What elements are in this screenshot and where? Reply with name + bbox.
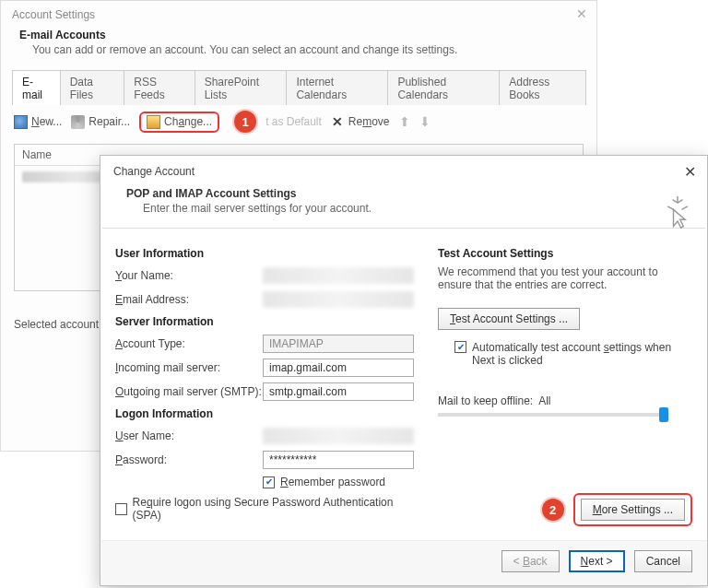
cursor-icon <box>665 196 690 232</box>
password-input[interactable] <box>263 451 414 469</box>
dialog-header: E-mail Accounts You can add or remove an… <box>1 25 596 69</box>
outgoing-server-input[interactable] <box>263 382 414 401</box>
auto-test-checkbox[interactable]: ✔ <box>454 341 466 353</box>
change-button-highlight: Change... <box>139 112 219 133</box>
section-user-info: User Information <box>115 247 414 260</box>
tab-bar: E-mail Data Files RSS Feeds SharePoint L… <box>12 69 585 105</box>
header-title: POP and IMAP Account Settings <box>126 187 694 200</box>
svg-line-4 <box>682 206 688 210</box>
gear-icon <box>71 115 85 129</box>
close-icon[interactable]: ✕ <box>684 163 696 181</box>
require-spa-checkbox[interactable] <box>115 503 127 515</box>
remove-button[interactable]: ✕ Remove <box>331 115 390 129</box>
tab-email[interactable]: E-mail <box>12 70 61 105</box>
toolbar: NNew...ew... Repair... Change... 1 t as … <box>1 105 596 138</box>
mail-keep-label: Mail to keep offline: All <box>438 394 692 407</box>
your-name-field[interactable] <box>263 267 414 284</box>
new-icon <box>14 115 28 129</box>
label-username: User Name: <box>115 429 263 442</box>
tab-rss-feeds[interactable]: RSS Feeds <box>124 70 195 105</box>
mail-keep-value: All <box>538 394 550 407</box>
up-arrow-icon[interactable]: ⬆ <box>399 114 410 129</box>
wizard-buttons: < Back Next > Cancel <box>100 540 707 585</box>
header-title: E-mail Accounts <box>19 29 578 41</box>
section-test: Test Account Settings <box>438 247 692 260</box>
back-button: < Back <box>502 550 560 572</box>
auto-test-label: Automatically test account settings when… <box>472 341 684 367</box>
form-area: User Information Your Name: Email Addres… <box>100 229 707 527</box>
username-input[interactable] <box>263 428 414 444</box>
tab-internet-calendars[interactable]: Internet Calendars <box>286 70 388 105</box>
close-icon[interactable]: ✕ <box>576 6 587 21</box>
slider-thumb[interactable] <box>659 407 668 422</box>
remember-password-label: Remember password <box>280 476 385 488</box>
label-outgoing: Outgoing mail server (SMTP): <box>115 385 263 398</box>
change-button[interactable]: Change... <box>147 115 212 129</box>
svg-line-1 <box>673 200 678 204</box>
set-default-label: t as Default <box>266 115 322 128</box>
tab-data-files[interactable]: Data Files <box>60 70 125 105</box>
repair-button[interactable]: Repair... <box>71 115 130 129</box>
test-description: We recommend that you test your account … <box>438 265 692 291</box>
label-your-name: Your Name: <box>115 269 263 282</box>
repair-label: Repair... <box>88 115 130 128</box>
change-label: Change... <box>164 115 212 128</box>
mail-keep-slider[interactable] <box>438 413 668 417</box>
cancel-button[interactable]: Cancel <box>634 550 692 572</box>
svg-line-3 <box>667 206 673 210</box>
section-logon-info: Logon Information <box>115 407 414 420</box>
col-right: Test Account Settings We recommend that … <box>438 241 692 527</box>
remove-label: Remove <box>348 115 390 128</box>
account-type-select: IMAPIMAP <box>263 335 414 353</box>
tab-sharepoint-lists[interactable]: SharePoint Lists <box>195 70 288 105</box>
tab-address-books[interactable]: Address Books <box>499 70 586 105</box>
tab-published-calendars[interactable]: Published Calendars <box>387 70 500 105</box>
folder-icon <box>147 115 160 129</box>
label-account-type: Account Type: <box>115 337 263 350</box>
new-button[interactable]: NNew...ew... <box>14 115 62 129</box>
email-field[interactable] <box>263 291 414 308</box>
require-spa-label: Require logon using Secure Password Auth… <box>133 496 414 522</box>
header-subtitle: Enter the mail server settings for your … <box>143 202 694 215</box>
new-label: NNew...ew... <box>31 115 62 128</box>
close-icon: ✕ <box>331 115 345 129</box>
remember-password-checkbox[interactable]: ✔ <box>263 476 275 488</box>
label-password: Password: <box>115 453 263 466</box>
dialog-title: Change Account <box>100 156 707 183</box>
dialog-header: POP and IMAP Account Settings Enter the … <box>100 183 707 228</box>
down-arrow-icon[interactable]: ⬇ <box>419 114 431 129</box>
label-incoming: Incoming mail server: <box>115 361 263 374</box>
svg-line-2 <box>678 200 682 204</box>
annotation-badge-2: 2 <box>542 499 564 521</box>
dialog-title: Account Settings <box>1 1 596 25</box>
annotation-badge-1: 1 <box>234 111 256 133</box>
more-settings-button[interactable]: More Settings ... <box>581 499 685 521</box>
label-email: Email Address: <box>115 293 263 306</box>
next-button[interactable]: Next > <box>569 550 625 572</box>
more-settings-highlight: More Settings ... <box>573 493 692 526</box>
section-server-info: Server Information <box>115 315 414 328</box>
header-subtitle: You can add or remove an account. You ca… <box>32 43 578 56</box>
incoming-server-input[interactable] <box>263 359 414 377</box>
change-account-dialog: Change Account ✕ POP and IMAP Account Se… <box>100 155 708 586</box>
test-account-button[interactable]: Test Account Settings ... <box>438 308 580 330</box>
col-left: User Information Your Name: Email Addres… <box>115 241 414 527</box>
